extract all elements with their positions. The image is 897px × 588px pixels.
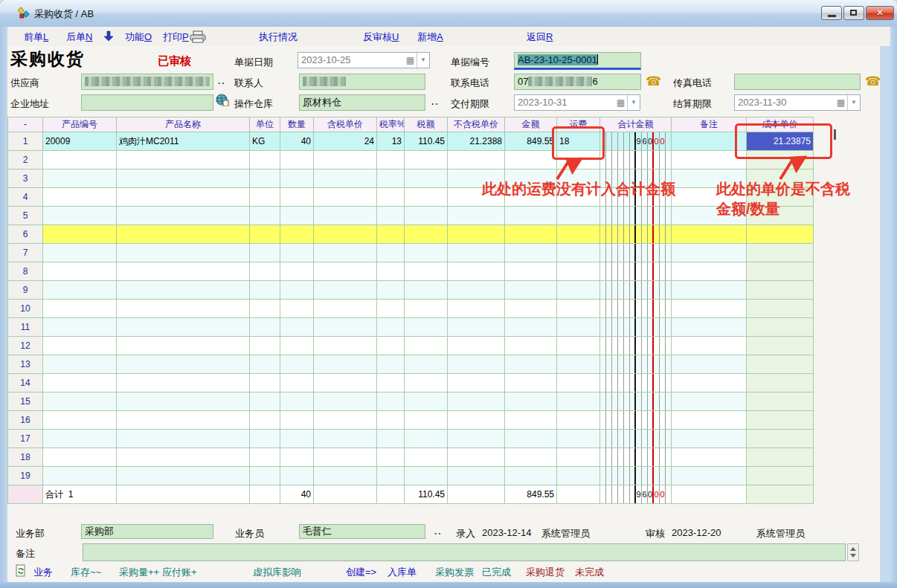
cell-tax[interactable] xyxy=(405,151,448,169)
cell-qty[interactable]: 40 xyxy=(280,132,314,151)
total-amount-cell[interactable] xyxy=(600,151,672,169)
cell-qty[interactable] xyxy=(280,355,314,374)
cell-amount[interactable] xyxy=(505,151,557,169)
toolbar-item-next[interactable]: 后单N xyxy=(66,30,92,44)
status-item-purchase-invoice[interactable]: 采购发票 xyxy=(435,566,474,579)
cell-amount[interactable] xyxy=(505,448,557,467)
row-number[interactable]: 17 xyxy=(8,430,43,448)
cell-tax[interactable] xyxy=(405,467,448,485)
grid-header-1[interactable]: 产品编号 xyxy=(43,117,117,132)
cell-code[interactable] xyxy=(43,244,117,262)
cell-qty[interactable] xyxy=(280,207,314,225)
delivery-deadline-combo[interactable]: 2023-10-31 ▦▼ xyxy=(514,94,640,111)
cell-tax[interactable]: 110.45 xyxy=(405,132,448,151)
toolbar-item-print[interactable]: 打印P xyxy=(163,30,189,44)
cell-remark[interactable] xyxy=(672,169,747,188)
cell-name[interactable] xyxy=(117,318,250,337)
cell-unit[interactable] xyxy=(250,337,280,355)
row-number[interactable]: 9 xyxy=(8,281,43,300)
cell-code[interactable] xyxy=(43,374,117,392)
maximize-button[interactable] xyxy=(843,6,864,20)
cell-cost_price[interactable] xyxy=(747,300,814,318)
cell-price_notax[interactable]: 21.2388 xyxy=(448,132,505,151)
toolbar-item-unaudit[interactable]: 反审核U xyxy=(363,30,399,44)
cell-unit[interactable] xyxy=(250,188,280,207)
close-button[interactable]: ✕ xyxy=(866,6,894,20)
row-number[interactable]: 13 xyxy=(8,355,43,374)
cell-price_tax[interactable] xyxy=(314,262,377,281)
cell-remark[interactable] xyxy=(672,448,747,467)
cell-remark[interactable] xyxy=(672,281,747,300)
total-amount-cell[interactable] xyxy=(600,392,672,411)
cell-freight[interactable] xyxy=(557,281,600,300)
cell-remark[interactable] xyxy=(672,374,747,392)
cell-qty[interactable] xyxy=(280,300,314,318)
toolbar-item-prev[interactable]: 前单L xyxy=(24,30,48,44)
supplier-lookup-button[interactable]: .. xyxy=(218,76,226,86)
row-number[interactable]: 4 xyxy=(8,188,43,207)
globe-icon[interactable] xyxy=(216,93,229,106)
cell-unit[interactable]: KG xyxy=(250,132,280,151)
chevron-down-icon[interactable]: ▼ xyxy=(847,94,858,112)
cell-remark[interactable] xyxy=(672,337,747,355)
row-number[interactable]: 14 xyxy=(8,374,43,392)
cell-cost_price[interactable] xyxy=(747,169,814,188)
cell-freight[interactable] xyxy=(557,188,600,207)
cell-code[interactable] xyxy=(43,467,117,485)
cell-tax_rate[interactable] xyxy=(377,355,405,374)
cell-cost_price[interactable] xyxy=(747,337,814,355)
warehouse-lookup-button[interactable]: .. xyxy=(431,97,440,107)
cell-freight[interactable] xyxy=(557,337,600,355)
cell-cost_price[interactable] xyxy=(747,151,814,169)
cell-tax_rate[interactable] xyxy=(377,169,405,188)
cell-cost_price[interactable] xyxy=(747,244,814,262)
cell-remark[interactable] xyxy=(672,318,747,337)
cell-tax_rate[interactable] xyxy=(377,225,405,244)
grid-header-5[interactable]: 含税单价 xyxy=(314,117,377,132)
cell-tax[interactable] xyxy=(405,244,448,262)
cell-price_notax[interactable] xyxy=(448,392,505,411)
total-amount-cell[interactable] xyxy=(600,207,672,225)
cell-name[interactable] xyxy=(117,411,250,430)
cell-price_tax[interactable] xyxy=(314,225,377,244)
cell-price_tax[interactable] xyxy=(314,169,377,188)
status-item-inbound-order[interactable]: 入库单 xyxy=(388,566,417,579)
cell-price_notax[interactable] xyxy=(448,262,505,281)
cell-cost_price[interactable] xyxy=(747,448,814,467)
cell-code[interactable] xyxy=(43,337,117,355)
status-item-create[interactable]: 创建=> xyxy=(346,566,376,579)
cell-remark[interactable] xyxy=(672,411,747,430)
cell-price_tax[interactable] xyxy=(314,448,377,467)
cell-amount[interactable] xyxy=(505,207,557,225)
grid-header-9[interactable]: 金额 xyxy=(505,117,557,132)
cell-price_notax[interactable] xyxy=(448,300,505,318)
cell-amount[interactable] xyxy=(505,244,557,262)
person-field[interactable]: 毛普仁 xyxy=(299,524,425,539)
grid-header-2[interactable]: 产品名称 xyxy=(117,117,250,132)
grid-header-0[interactable]: - xyxy=(8,117,43,132)
cell-cost_price[interactable] xyxy=(747,207,814,225)
row-number[interactable]: 7 xyxy=(8,244,43,262)
grid-header-8[interactable]: 不含税单价 xyxy=(448,117,505,132)
cell-code[interactable] xyxy=(43,188,117,207)
cell-name[interactable] xyxy=(117,337,250,355)
cell-tax_rate[interactable] xyxy=(377,151,405,169)
total-amount-cell[interactable] xyxy=(600,169,672,188)
cell-remark[interactable] xyxy=(672,392,747,411)
scroll-down-icon[interactable] xyxy=(850,554,856,558)
doc-date-combo[interactable]: 2023-10-25 ▦▼ xyxy=(298,52,430,68)
cell-tax_rate[interactable] xyxy=(377,374,405,392)
row-number[interactable]: 11 xyxy=(8,318,43,337)
status-item-undone[interactable]: 未完成 xyxy=(575,566,604,579)
cell-tax_rate[interactable] xyxy=(377,430,405,448)
total-amount-cell[interactable] xyxy=(600,281,672,300)
cell-price_notax[interactable] xyxy=(448,318,505,337)
remark-field[interactable] xyxy=(83,543,846,561)
minimize-button[interactable] xyxy=(821,6,842,20)
cell-cost_price[interactable] xyxy=(747,467,814,485)
cell-tax_rate[interactable] xyxy=(377,467,405,485)
cell-price_notax[interactable] xyxy=(448,337,505,355)
cell-tax[interactable] xyxy=(405,355,448,374)
cell-tax_rate[interactable] xyxy=(377,392,405,411)
cell-freight[interactable] xyxy=(557,169,600,188)
